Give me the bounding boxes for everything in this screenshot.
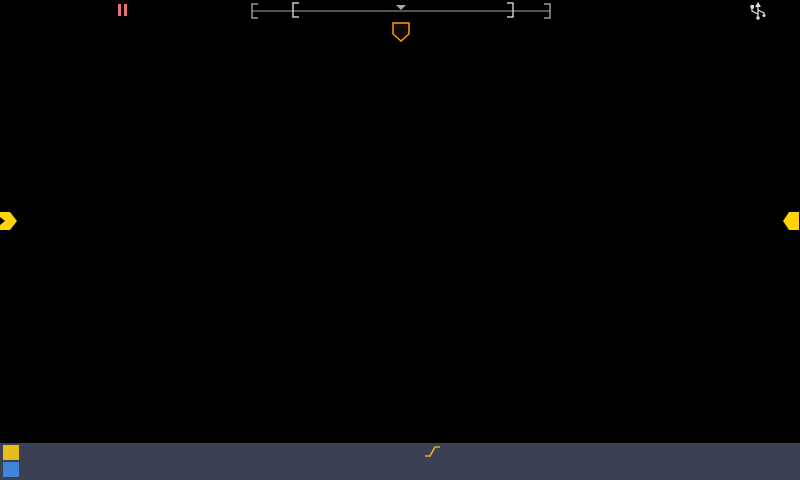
hpos-pointer-icon (396, 5, 406, 10)
channel-status-panel (0, 443, 800, 480)
rising-edge-icon (424, 445, 442, 458)
trigger-level-marker[interactable] (783, 212, 799, 230)
h-position-indicator[interactable] (252, 3, 550, 18)
ch2-badge[interactable] (3, 462, 19, 477)
ch1-badge[interactable] (3, 445, 19, 460)
trigger-settings-readout (420, 445, 446, 458)
oscilloscope-screen: { "header": { "brand": "OWON", "run_stat… (0, 0, 800, 480)
pause-icon (118, 4, 127, 16)
ch1-position-marker[interactable] (0, 212, 17, 230)
usb-icon (751, 2, 766, 20)
scope-display (0, 0, 800, 480)
trigger-position-marker[interactable] (393, 23, 409, 41)
